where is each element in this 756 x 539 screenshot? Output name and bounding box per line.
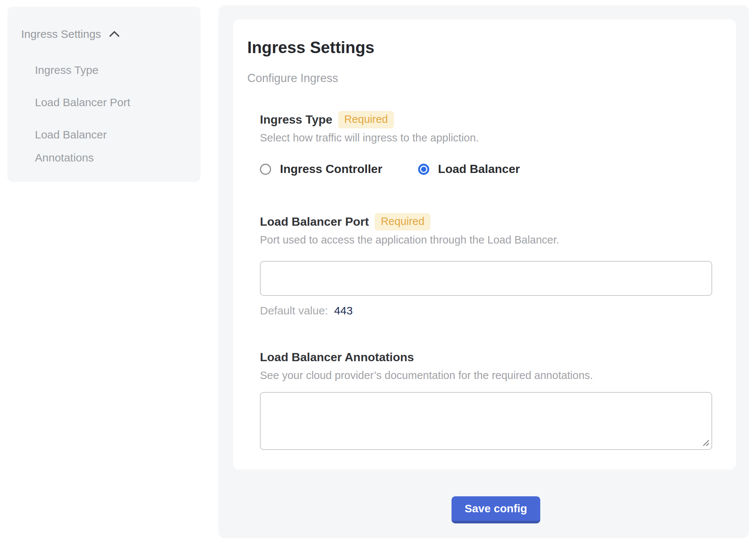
radio-selected-icon bbox=[418, 164, 429, 175]
field-ingress-type: Ingress Type Required Select how traffic… bbox=[260, 111, 712, 176]
field-load-balancer-annotations: Load Balancer Annotations See your cloud… bbox=[260, 348, 712, 450]
field-label: Load Balancer Port bbox=[260, 213, 369, 231]
field-label-row: Load Balancer Annotations bbox=[260, 348, 712, 366]
radio-label: Ingress Controller bbox=[280, 162, 382, 176]
load-balancer-annotations-textarea[interactable] bbox=[260, 392, 712, 450]
sidebar-section-title: Ingress Settings bbox=[21, 25, 101, 43]
radio-option-load-balancer[interactable]: Load Balancer bbox=[418, 162, 520, 176]
ingress-settings-card: Ingress Settings Configure Ingress Ingre… bbox=[233, 19, 736, 470]
radio-unselected-icon bbox=[260, 164, 271, 175]
default-value-row: Default value: 443 bbox=[260, 304, 712, 317]
field-label: Load Balancer Annotations bbox=[260, 348, 414, 366]
field-label: Ingress Type bbox=[260, 111, 332, 128]
field-load-balancer-port: Load Balancer Port Required Port used to… bbox=[260, 213, 712, 317]
default-value: 443 bbox=[334, 304, 353, 317]
radio-label: Load Balancer bbox=[438, 162, 520, 176]
radio-dot bbox=[421, 167, 426, 172]
load-balancer-port-input[interactable] bbox=[260, 261, 712, 296]
settings-sidebar: Ingress Settings Ingress Type Load Balan… bbox=[7, 7, 201, 182]
sidebar-section-ingress-settings[interactable]: Ingress Settings bbox=[21, 25, 187, 43]
chevron-up-icon bbox=[109, 31, 120, 41]
field-label-row: Load Balancer Port Required bbox=[260, 213, 712, 231]
page-subtitle: Configure Ingress bbox=[247, 72, 712, 85]
field-description: See your cloud provider’s documentation … bbox=[260, 369, 712, 382]
resize-handle-icon[interactable] bbox=[702, 439, 710, 447]
field-label-row: Ingress Type Required bbox=[260, 111, 712, 128]
sidebar-item-load-balancer-port[interactable]: Load Balancer Port bbox=[35, 91, 154, 114]
page-title: Ingress Settings bbox=[247, 39, 712, 56]
radio-option-ingress-controller[interactable]: Ingress Controller bbox=[260, 162, 382, 176]
sidebar-item-load-balancer-annotations[interactable]: Load Balancer Annotations bbox=[35, 123, 154, 169]
field-description: Port used to access the application thro… bbox=[260, 233, 712, 246]
form-fields: Ingress Type Required Select how traffic… bbox=[260, 111, 712, 450]
default-value-label: Default value: bbox=[260, 304, 328, 317]
field-description: Select how traffic will ingress to the a… bbox=[260, 131, 712, 144]
annotations-textarea-wrap bbox=[260, 392, 712, 450]
ingress-type-radio-group: Ingress Controller Load Balancer bbox=[260, 162, 712, 176]
save-config-button[interactable]: Save config bbox=[452, 496, 540, 523]
required-badge: Required bbox=[375, 213, 430, 231]
main-panel: Ingress Settings Configure Ingress Ingre… bbox=[218, 5, 749, 538]
required-badge: Required bbox=[338, 111, 394, 128]
sidebar-item-list: Ingress Type Load Balancer Port Load Bal… bbox=[21, 59, 187, 169]
sidebar-item-ingress-type[interactable]: Ingress Type bbox=[35, 59, 154, 82]
